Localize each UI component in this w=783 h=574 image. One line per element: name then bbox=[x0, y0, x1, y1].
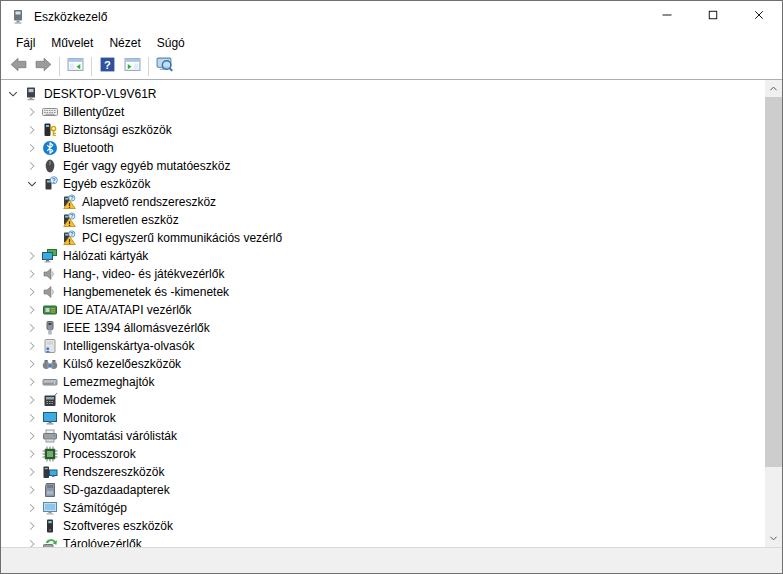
title-bar: Eszközkezelő bbox=[1, 1, 782, 32]
device-tree: DESKTOP-VL9V61RBillentyűzetBiztonsági es… bbox=[1, 80, 765, 547]
chevron-expanded-icon[interactable] bbox=[24, 176, 40, 192]
tree-item[interactable]: Intelligenskártya-olvasók bbox=[1, 337, 765, 355]
forward-icon bbox=[35, 56, 52, 76]
menu-bar: FájlMűveletNézetSúgó bbox=[1, 32, 782, 53]
chevron-collapsed-icon[interactable] bbox=[24, 356, 40, 372]
software-devices-icon bbox=[42, 518, 58, 534]
chevron-collapsed-icon[interactable] bbox=[24, 122, 40, 138]
scroll-up-button[interactable] bbox=[765, 80, 782, 97]
unknown-device-warning-icon: ? bbox=[61, 212, 77, 228]
chevron-collapsed-icon[interactable] bbox=[24, 284, 40, 300]
system-devices-icon bbox=[42, 464, 58, 480]
tree-item[interactable]: ?Ismeretlen eszköz bbox=[1, 211, 765, 229]
external-devices-icon bbox=[42, 356, 58, 372]
tree-item[interactable]: Szoftveres eszközök bbox=[1, 517, 765, 535]
menu-item-fajl[interactable]: Fájl bbox=[8, 34, 43, 52]
console-tree-icon bbox=[67, 56, 84, 76]
device-manager-icon bbox=[10, 9, 26, 25]
tree-item[interactable]: Monitorok bbox=[1, 409, 765, 427]
tree-item[interactable]: Modemek bbox=[1, 391, 765, 409]
vertical-scrollbar[interactable] bbox=[765, 80, 782, 547]
tree-item[interactable]: Hálózati kártyák bbox=[1, 247, 765, 265]
forward-button[interactable] bbox=[31, 55, 56, 78]
toolbar-separator bbox=[148, 57, 149, 76]
tree-item[interactable]: IDE ATA/ATAPI vezérlők bbox=[1, 301, 765, 319]
back-icon bbox=[10, 56, 27, 76]
content-area: DESKTOP-VL9V61RBillentyűzetBiztonsági es… bbox=[1, 80, 782, 547]
tree-item[interactable]: Processzorok bbox=[1, 445, 765, 463]
chevron-collapsed-icon[interactable] bbox=[24, 338, 40, 354]
keyboard-icon bbox=[42, 104, 58, 120]
tree-item-label: Intelligenskártya-olvasók bbox=[63, 339, 194, 353]
chevron-collapsed-icon[interactable] bbox=[24, 446, 40, 462]
tree-item-label: Ismeretlen eszköz bbox=[82, 213, 179, 227]
tree-item[interactable]: Billentyűzet bbox=[1, 103, 765, 121]
chevron-collapsed-icon[interactable] bbox=[24, 158, 40, 174]
chevron-collapsed-icon[interactable] bbox=[24, 410, 40, 426]
svg-text:?: ? bbox=[70, 231, 74, 237]
tree-item[interactable]: Tárolóvezérlők bbox=[1, 535, 765, 547]
chevron-collapsed-icon[interactable] bbox=[24, 500, 40, 516]
tree-item[interactable]: IEEE 1394 állomásvezérlők bbox=[1, 319, 765, 337]
tree-item[interactable]: Nyomtatási várólisták bbox=[1, 427, 765, 445]
chevron-collapsed-icon[interactable] bbox=[24, 428, 40, 444]
help-icon: ? bbox=[99, 56, 116, 76]
scrollbar-thumb[interactable] bbox=[765, 97, 782, 467]
tree-item[interactable]: Lemezmeghajtók bbox=[1, 373, 765, 391]
tree-item-label: Modemek bbox=[63, 393, 116, 407]
minimize-icon bbox=[661, 9, 673, 24]
chevron-collapsed-icon[interactable] bbox=[24, 518, 40, 534]
chevron-collapsed-icon[interactable] bbox=[24, 266, 40, 282]
tree-item-label: PCI egyszerű kommunikációs vezérlő bbox=[82, 231, 282, 245]
chevron-collapsed-icon[interactable] bbox=[24, 302, 40, 318]
bluetooth-icon bbox=[42, 140, 58, 156]
tree-item[interactable]: ?Egyéb eszközök bbox=[1, 175, 765, 193]
chevron-collapsed-icon[interactable] bbox=[24, 536, 40, 547]
maximize-button[interactable] bbox=[690, 1, 736, 32]
tree-item[interactable]: Hang-, video- és játékvezérlők bbox=[1, 265, 765, 283]
window-title: Eszközkezelő bbox=[34, 10, 107, 24]
disk-drive-icon bbox=[42, 374, 58, 390]
print-queue-icon bbox=[42, 428, 58, 444]
scan-hardware-changes-button[interactable] bbox=[152, 55, 177, 78]
tree-item[interactable]: Számítógép bbox=[1, 499, 765, 517]
chevron-collapsed-icon[interactable] bbox=[24, 464, 40, 480]
chevron-placeholder bbox=[43, 212, 59, 228]
tree-item[interactable]: Külső kezelőeszközök bbox=[1, 355, 765, 373]
tree-item-label: Alapvető rendszereszköz bbox=[82, 195, 216, 209]
chevron-collapsed-icon[interactable] bbox=[24, 248, 40, 264]
tree-item-label: Lemezmeghajtók bbox=[63, 375, 154, 389]
caption-buttons bbox=[644, 1, 782, 32]
scrollbar-track[interactable] bbox=[765, 97, 782, 530]
menu-item-sugo[interactable]: Súgó bbox=[149, 34, 193, 52]
tree-item[interactable]: ?Alapvető rendszereszköz bbox=[1, 193, 765, 211]
tree-item[interactable]: Hangbemenetek és -kimenetek bbox=[1, 283, 765, 301]
tree-item[interactable]: Rendszereszközök bbox=[1, 463, 765, 481]
minimize-button[interactable] bbox=[644, 1, 690, 32]
toolbar: ? bbox=[1, 53, 782, 80]
tree-item[interactable]: Bluetooth bbox=[1, 139, 765, 157]
chevron-collapsed-icon[interactable] bbox=[24, 374, 40, 390]
tree-item[interactable]: Biztonsági eszközök bbox=[1, 121, 765, 139]
tree-item[interactable]: SD-gazdaadapterek bbox=[1, 481, 765, 499]
show-console-tree-button[interactable] bbox=[63, 55, 88, 78]
back-button[interactable] bbox=[6, 55, 31, 78]
chevron-collapsed-icon[interactable] bbox=[24, 104, 40, 120]
scroll-down-button[interactable] bbox=[765, 530, 782, 547]
unknown-device-warning-icon: ? bbox=[61, 194, 77, 210]
tree-item[interactable]: ?PCI egyszerű kommunikációs vezérlő bbox=[1, 229, 765, 247]
chevron-expanded-icon[interactable] bbox=[5, 86, 21, 102]
chevron-collapsed-icon[interactable] bbox=[24, 140, 40, 156]
action-pane-button[interactable] bbox=[120, 55, 145, 78]
close-button[interactable] bbox=[736, 1, 782, 32]
chevron-collapsed-icon[interactable] bbox=[24, 320, 40, 336]
tree-item[interactable]: Egér vagy egyéb mutatóeszköz bbox=[1, 157, 765, 175]
chevron-collapsed-icon[interactable] bbox=[24, 482, 40, 498]
menu-item-muvelet[interactable]: Művelet bbox=[43, 34, 101, 52]
chevron-collapsed-icon[interactable] bbox=[24, 392, 40, 408]
tree-item[interactable]: DESKTOP-VL9V61R bbox=[1, 85, 765, 103]
menu-item-nezet[interactable]: Nézet bbox=[101, 34, 148, 52]
tree-item-label: Hálózati kártyák bbox=[63, 249, 148, 263]
help-button[interactable]: ? bbox=[95, 55, 120, 78]
network-adapters-icon bbox=[42, 248, 58, 264]
